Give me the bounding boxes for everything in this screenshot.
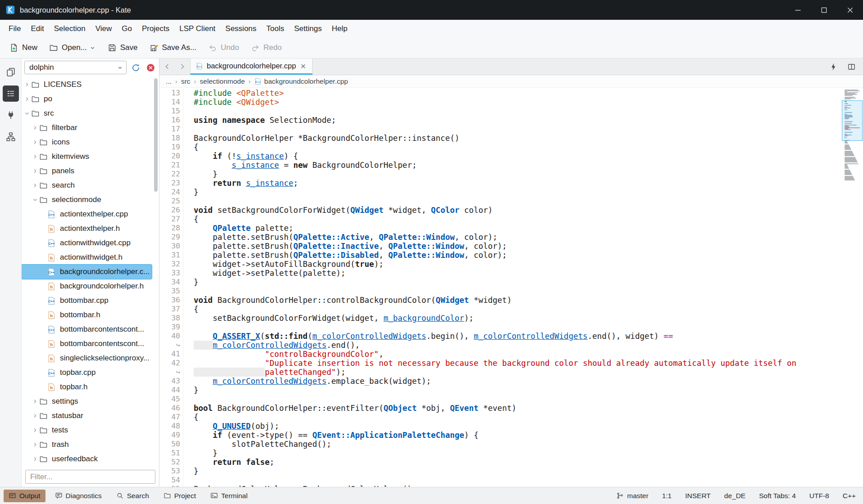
menu-view[interactable]: View [91,20,117,37]
line-number: 14 [159,98,180,107]
tree-item[interactable]: selectionmode [22,193,152,207]
documents-tool-button[interactable] [3,64,19,80]
tree-item-label: icons [52,138,70,147]
projects-tool-button[interactable] [3,86,19,102]
tree-item-label: statusbar [52,411,83,420]
minimap-scrollbar[interactable] [841,88,863,487]
code-area[interactable]: 13#include <QPalette>14#include <QWidget… [159,88,863,487]
diagnostics-toolview-button[interactable]: Diagnostics [50,490,107,502]
tree-item[interactable]: C++backgroundcolorhelper.c... [22,265,152,279]
new-button[interactable]: New [5,40,42,55]
close-button[interactable] [837,0,863,20]
save-as-button[interactable]: Save As... [145,40,202,55]
code-line-text: if (event->type() == QEvent::Application… [183,431,478,440]
breadcrumb-label: ... [166,77,172,86]
tree-item[interactable]: htopbar.h [22,380,152,394]
tab-mode[interactable]: Soft Tabs: 4 [759,492,796,500]
code-line-text: paletteChanged"); [183,368,345,377]
menu-go[interactable]: Go [117,20,137,37]
tree-item[interactable]: po [22,92,152,106]
breadcrumb-item[interactable]: selectionmode [200,77,245,86]
tree-item[interactable]: panels [22,164,152,178]
close-project-button[interactable] [145,62,156,73]
history-forward-button[interactable] [175,58,190,75]
cursor-position[interactable]: 1:1 [662,492,672,500]
menu-edit[interactable]: Edit [26,20,49,37]
tree-item[interactable]: C++bottombar.cpp [22,293,152,308]
code-line: 46bool BackgroundColorHelper::eventFilte… [159,404,840,413]
breadcrumb-item[interactable]: ... [166,77,172,86]
input-mode[interactable]: INSERT [685,492,711,500]
menu-sessions[interactable]: Sessions [220,20,261,37]
history-back-button[interactable] [159,58,175,75]
tree-item[interactable]: C++actiontexthelper.cpp [22,207,152,221]
lsp-client-tool-button[interactable] [3,107,19,123]
tab-close-icon[interactable]: × [300,62,307,71]
split-view-button[interactable] [845,60,858,73]
line-number: 46 [159,404,180,413]
project-selector[interactable]: dolphin [24,61,127,74]
tab-document[interactable]: C++backgroundcolorhelper.cpp× [190,58,313,75]
tree-item[interactable]: settings [22,394,152,409]
tree-item[interactable]: C++bottombarcontentscont... [22,322,152,337]
line-number: 55 [159,485,180,487]
dictionary[interactable]: de_DE [724,492,745,500]
menu-settings[interactable]: Settings [289,20,327,37]
tree-item[interactable]: tests [22,423,152,437]
refresh-project-button[interactable] [130,62,141,73]
tree-item[interactable]: trash [22,437,152,452]
tree-item[interactable]: src [22,106,152,121]
tree-scrollbar[interactable] [154,78,158,192]
redo-button[interactable]: Redo [246,40,287,55]
tree-item[interactable]: search [22,178,152,193]
save-button[interactable]: Save [103,40,143,55]
main-area: dolphin LICENSESposrcfilterbariconskitem… [0,58,863,487]
symbol-tree-tool-button[interactable] [3,129,19,145]
menu-tools[interactable]: Tools [261,20,289,37]
breadcrumb-item[interactable]: C++backgroundcolorhelper.cpp [254,77,348,86]
tree-item[interactable]: kitemviews [22,149,152,164]
tree-item[interactable]: C++actionwithwidget.cpp [22,236,152,250]
tree-item[interactable]: statusbar [22,409,152,423]
open-button[interactable]: Open... [44,40,101,55]
folder-icon [39,196,49,204]
menu-help[interactable]: Help [327,20,352,37]
tree-item[interactable]: hactionwithwidget.h [22,250,152,265]
menu-lsp-client[interactable]: LSP Client [174,20,220,37]
tree-item[interactable]: userfeedback [22,452,152,466]
minimize-button[interactable] [785,0,811,20]
terminal-toolview-button[interactable]: Terminal [205,490,253,502]
tree-item[interactable]: filterbar [22,121,152,135]
chevron-right-icon [31,125,39,131]
menu-selection[interactable]: Selection [49,20,91,37]
titlebar: backgroundcolorhelper.cpp - Kate [0,0,863,20]
undo-button[interactable]: Undo [203,40,244,55]
maximize-button[interactable] [811,0,837,20]
tree-item[interactable]: icons [22,135,152,149]
code-line-text: { [183,215,199,224]
code-line-text: Q_UNUSED(obj); [183,422,279,431]
tree-item[interactable]: hsingleclickselectionproxy... [22,351,152,365]
toolbar: NewOpen...SaveSave As...UndoRedo [0,37,863,58]
tree-item[interactable]: hbackgroundcolorhelper.h [22,279,152,293]
highlighting-mode[interactable]: C++ [843,492,856,500]
tree-item-label: backgroundcolorhelper.c... [60,267,150,276]
output-toolview-button[interactable]: Output [4,490,45,502]
menu-projects[interactable]: Projects [137,20,174,37]
search-toolview-button[interactable]: Search [111,490,154,502]
tree-item[interactable]: hactiontexthelper.h [22,221,152,236]
tree-item[interactable]: C++topbar.cpp [22,365,152,380]
breadcrumb-item[interactable]: src [181,77,191,86]
encoding[interactable]: UTF-8 [809,492,829,500]
code-line-text: m_colorControlledWidgets.emplace_back(wi… [183,377,431,386]
minimap-viewport[interactable] [842,100,863,141]
filter-input[interactable] [25,470,155,484]
menu-file[interactable]: File [4,20,26,37]
project-toolview-button[interactable]: Project [159,490,201,502]
tree-item[interactable]: LICENSES [22,77,152,92]
tree-item[interactable]: hbottombarcontentscont... [22,337,152,351]
git-branch[interactable]: master [616,492,648,500]
tree-item[interactable]: hbottombar.h [22,308,152,322]
quick-actions-button[interactable] [827,60,840,73]
code-line: 21 s_instance = new BackgroundColorHelpe… [159,161,840,170]
